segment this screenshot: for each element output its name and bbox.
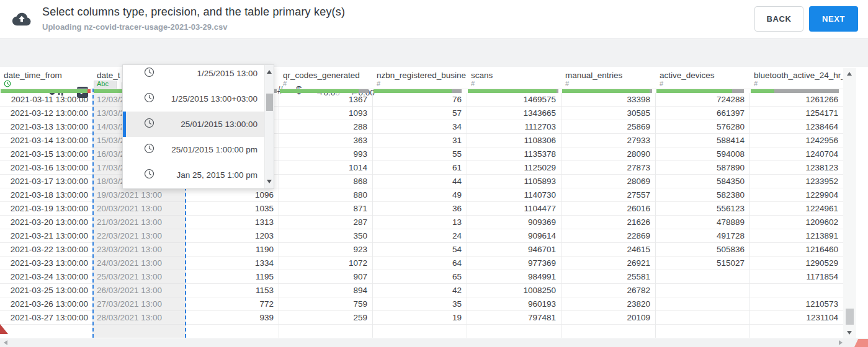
- table-cell: 1096: [186, 188, 279, 202]
- table-cell: 977369: [467, 257, 561, 270]
- date-format-option[interactable]: 1/25/2015 13:00: [123, 64, 274, 86]
- table-cell: 13: [373, 216, 467, 229]
- clock-icon: [144, 169, 154, 182]
- table-cell: 24: [373, 229, 467, 243]
- scroll-right-icon[interactable]: [839, 340, 843, 345]
- table-cell: 1224961: [750, 202, 843, 216]
- clock-icon: [144, 67, 154, 80]
- next-button[interactable]: NEXT: [809, 6, 858, 32]
- table-cell: 19/03/2021 13:00: [93, 188, 185, 202]
- column-type-clock-icon: [4, 80, 11, 89]
- table-cell: 24615: [562, 243, 655, 257]
- back-button[interactable]: BACK: [754, 6, 803, 32]
- table-cell: 76: [373, 93, 467, 107]
- table-cell: 1231104: [750, 311, 843, 325]
- column-type-label: #: [660, 80, 663, 87]
- date-format-option[interactable]: Jan 25, 2015 1:00 pm: [123, 162, 274, 188]
- table-cell: 1254171: [750, 107, 843, 120]
- column-header[interactable]: active_devices: [660, 71, 749, 80]
- top-header: Select columns type, precision, and the …: [0, 0, 868, 38]
- table-cell: 1343665: [467, 107, 561, 120]
- format-option-label: 25/01/2015 13:00:00: [154, 120, 274, 129]
- table-cell: 28090: [562, 147, 655, 161]
- scroll-up-icon[interactable]: [847, 72, 852, 76]
- table-cell: 1014: [279, 161, 372, 175]
- table-cell: 868: [279, 175, 372, 188]
- table-cell: 25581: [562, 270, 655, 284]
- table-cell: 2021-03-17 13:00:00: [0, 175, 92, 188]
- table-column: 2021-03-11 13:00:002021-03-12 13:00:0020…: [0, 93, 93, 338]
- column-header[interactable]: scans: [471, 71, 560, 80]
- table-column: 3339830585258692793328090278732806927557…: [562, 93, 656, 338]
- date-format-option[interactable]: 1/25/2015 13:00+03:00: [123, 86, 274, 112]
- scroll-down-icon[interactable]: [847, 331, 852, 335]
- column-type-toolbar: ✓ TT Date / time # $ →0.00 ←0.00: [0, 38, 868, 67]
- table-cell: 2021-03-24 13:00:00: [0, 270, 92, 284]
- table-cell: 1203: [186, 229, 279, 243]
- table-cell: 984991: [467, 270, 561, 284]
- menu-scrollbar-thumb[interactable]: [266, 94, 273, 111]
- table-cell: [656, 311, 749, 325]
- table-cell: 939: [186, 311, 279, 325]
- horizontal-scrollbar[interactable]: [0, 338, 868, 347]
- table-cell: 491728: [656, 229, 749, 243]
- column-header[interactable]: date_time_from: [4, 71, 92, 80]
- table-cell: 515027: [656, 257, 749, 270]
- column-type-label: #: [471, 80, 475, 87]
- table-cell: 350: [279, 229, 372, 243]
- table-cell: 19: [373, 311, 467, 325]
- column-header[interactable]: qr_codes_generated: [283, 71, 372, 80]
- table-cell: 2021-03-26 13:00:00: [0, 297, 92, 311]
- table-cell: 26/03/2021 13:00: [93, 284, 185, 297]
- menu-scroll-up-icon[interactable]: [267, 70, 272, 74]
- table-cell: 64: [373, 257, 467, 270]
- table-column: 7242886613975762805884145940085878905843…: [656, 93, 750, 338]
- table-cell: 55: [373, 147, 467, 161]
- table-cell: 21/03/2021 13:00: [93, 216, 185, 229]
- table-cell: 1334: [186, 257, 279, 270]
- table-cell: 34: [373, 120, 467, 134]
- table-cell: 1108306: [467, 134, 561, 147]
- table-cell: 2021-03-22 13:00:00: [0, 243, 92, 257]
- table-cell: 1140730: [467, 188, 561, 202]
- upload-cloud-icon: [12, 12, 31, 29]
- table-cell: 259: [279, 311, 372, 325]
- vertical-scrollbar[interactable]: [843, 68, 856, 338]
- scroll-left-icon[interactable]: [4, 340, 7, 345]
- table-cell: 42: [373, 284, 467, 297]
- table-cell: 584350: [656, 175, 749, 188]
- format-option-label: 1/25/2015 13:00+03:00: [154, 94, 274, 103]
- selected-column-left-border: [92, 89, 94, 338]
- table-cell: 661397: [656, 107, 749, 120]
- table-cell: 2021-03-20 13:00:00: [0, 216, 92, 229]
- date-format-option[interactable]: 25/01/2015 13:00:00: [123, 112, 274, 137]
- table-cell: 27/03/2021 13:00: [93, 297, 185, 311]
- table-cell: 287: [279, 216, 372, 229]
- menu-scrollbar[interactable]: [264, 65, 274, 188]
- date-format-option[interactable]: 25/01/2015 1:00:00 pm: [123, 137, 274, 162]
- column-type-label: #: [565, 80, 569, 87]
- table-cell: 1135378: [467, 147, 561, 161]
- table-cell: 772: [186, 297, 279, 311]
- table-cell: 2021-03-21 13:00:00: [0, 229, 92, 243]
- table-cell: 582380: [656, 188, 749, 202]
- table-cell: 556123: [656, 202, 749, 216]
- import-config-screen: Select columns type, precision, and the …: [0, 0, 868, 347]
- table-cell: 2021-03-23 13:00:00: [0, 257, 92, 270]
- table-cell: 1105893: [467, 175, 561, 188]
- vertical-scrollbar-thumb[interactable]: [846, 309, 854, 325]
- table-cell: 35: [373, 297, 467, 311]
- date-format-menu: 1/25/2015 13:001/25/2015 13:00+03:0025/0…: [122, 64, 274, 189]
- table-cell: 1171854: [750, 270, 843, 284]
- table-cell: 20/03/2021 13:00: [93, 202, 185, 216]
- table-cell: 797481: [467, 311, 561, 325]
- table-cell: 587890: [656, 161, 749, 175]
- column-header[interactable]: nzbn_registered_busine: [377, 71, 466, 80]
- table-cell: 24/03/2021 13:00: [93, 257, 185, 270]
- table-column: 1469575134366511127031108306113537811250…: [467, 93, 562, 338]
- column-header[interactable]: manual_entries: [565, 71, 655, 80]
- table-cell: [656, 270, 749, 284]
- menu-scroll-down-icon[interactable]: [267, 180, 272, 183]
- column-header[interactable]: bluetooth_active_24_hr_: [754, 71, 843, 80]
- table-cell: 946701: [467, 243, 561, 257]
